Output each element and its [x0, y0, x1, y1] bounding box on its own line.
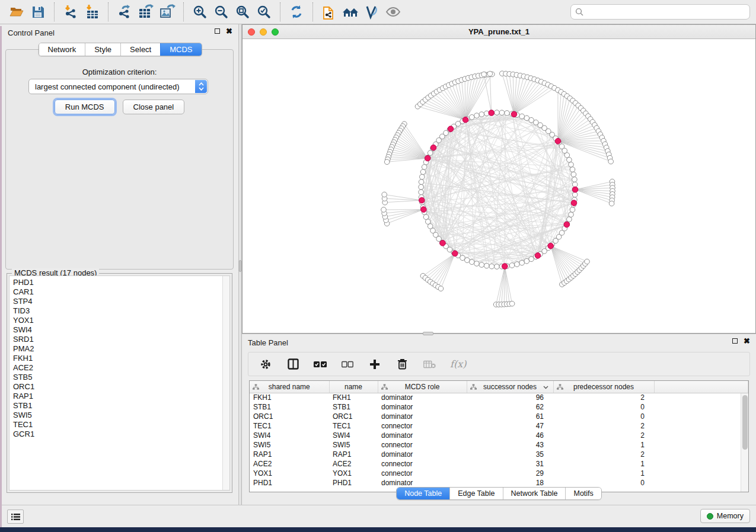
- delete-table-icon-disabled: [423, 358, 436, 371]
- mcds-result-item[interactable]: FKH1: [13, 354, 229, 363]
- tab-network-table[interactable]: Network Table: [503, 488, 566, 499]
- import-table-icon[interactable]: [83, 3, 101, 21]
- export-network-icon[interactable]: [116, 3, 133, 21]
- status-bar: Memory: [2, 505, 756, 527]
- zoom-out-icon[interactable]: [212, 3, 230, 21]
- column-header-filler: [654, 381, 748, 393]
- app-window: Control Panel ✖ NetworkStyleSelectMCDS O…: [0, 0, 756, 527]
- mcds-result-item[interactable]: PMA2: [13, 344, 229, 354]
- tab-motifs[interactable]: Motifs: [565, 488, 601, 499]
- table-panel-title: Table Panel: [248, 338, 288, 347]
- control-panel-title: Control Panel: [8, 28, 55, 37]
- tab-style[interactable]: Style: [85, 43, 120, 56]
- mcds-result-item[interactable]: TID3: [13, 306, 229, 316]
- table-row[interactable]: STB1STB1dominator620: [250, 402, 748, 412]
- control-panel-tabs: NetworkStyleSelectMCDS: [38, 43, 202, 56]
- mcds-result-item[interactable]: SWI5: [13, 411, 229, 420]
- mcds-result-item[interactable]: STB5: [13, 373, 229, 382]
- export-table-icon[interactable]: [137, 3, 155, 21]
- mcds-result-list[interactable]: PHD1CAR1STP4TID3YOX1SWI4SRD1PMA2FKH1ACE2…: [9, 275, 230, 491]
- table-row[interactable]: RAP1RAP1dominator352: [250, 450, 748, 459]
- mcds-panel: Optimization criterion: largest connecte…: [5, 49, 234, 270]
- tab-edge-table[interactable]: Edge Table: [449, 488, 502, 499]
- close-table-panel-icon[interactable]: ✖: [744, 338, 750, 344]
- mcds-result-item[interactable]: STB1: [13, 401, 229, 411]
- delete-column-icon[interactable]: [395, 358, 409, 371]
- table-row[interactable]: FKH1FKH1dominator962: [250, 393, 748, 402]
- table-row[interactable]: YOX1YOX1connector291: [250, 469, 748, 478]
- tab-select[interactable]: Select: [120, 43, 160, 56]
- memory-button[interactable]: Memory: [700, 509, 750, 523]
- table-scrollbar-thumb[interactable]: [742, 395, 748, 450]
- split-columns-icon[interactable]: [286, 358, 299, 371]
- add-column-icon[interactable]: [368, 358, 381, 371]
- run-mcds-button[interactable]: Run MCDS: [55, 100, 115, 114]
- zoom-fit-icon[interactable]: [234, 3, 251, 21]
- tab-mcds[interactable]: MCDS: [160, 43, 201, 56]
- splitter-grip[interactable]: [239, 260, 241, 272]
- show-all-eye-icon[interactable]: [384, 3, 402, 21]
- column-header-shared-name[interactable]: shared name: [250, 381, 329, 393]
- table-row[interactable]: ORC1ORC1dominator610: [250, 412, 748, 421]
- close-panel-button[interactable]: Close panel: [123, 100, 185, 114]
- network-canvas[interactable]: [243, 39, 755, 333]
- task-history-button[interactable]: [7, 509, 24, 524]
- mcds-result-item[interactable]: GCR1: [13, 430, 229, 439]
- table-row[interactable]: ACE2ACE2connector311: [250, 459, 748, 469]
- search-input[interactable]: [584, 8, 745, 17]
- zoom-selected-icon[interactable]: [255, 3, 273, 21]
- table-row[interactable]: PHD1PHD1dominator180: [250, 478, 748, 488]
- memory-status-icon: [707, 513, 713, 520]
- table-panel: Table Panel ✖: [242, 334, 756, 505]
- refresh-layout-icon[interactable]: [288, 3, 305, 21]
- toolbar-separator: [312, 2, 313, 21]
- mcds-result-item[interactable]: PHD1: [13, 278, 229, 287]
- mcds-result-item[interactable]: STP4: [13, 297, 229, 306]
- column-header-name[interactable]: name: [329, 381, 378, 393]
- column-header-MCDS-role[interactable]: MCDS role: [378, 381, 467, 393]
- tab-node-table[interactable]: Node Table: [397, 488, 449, 499]
- float-table-panel-icon[interactable]: [732, 338, 738, 344]
- criterion-select-value: largest connected component (undirected): [35, 82, 180, 91]
- mcds-result-item[interactable]: CAR1: [13, 287, 229, 297]
- search-box[interactable]: [570, 4, 750, 20]
- deselect-all-columns-icon[interactable]: [341, 358, 354, 371]
- list-scrollbar[interactable]: [222, 276, 229, 490]
- import-network-icon[interactable]: [62, 3, 79, 21]
- float-panel-icon[interactable]: [215, 28, 220, 34]
- mcds-result-item[interactable]: YOX1: [13, 316, 229, 325]
- network-title: YPA_prune.txt_1: [243, 27, 755, 36]
- mcds-result-item[interactable]: ACE2: [13, 363, 229, 373]
- column-header-successor-nodes[interactable]: successor nodes: [467, 381, 553, 393]
- select-all-columns-icon[interactable]: [314, 358, 327, 371]
- network-document-icon[interactable]: [320, 3, 338, 21]
- network-view-window: YPA_prune.txt_1: [242, 24, 756, 334]
- zoom-in-icon[interactable]: [191, 3, 209, 21]
- save-session-icon[interactable]: [29, 3, 47, 21]
- table-row[interactable]: SWI4SWI4dominator462: [250, 431, 748, 440]
- toolbar-separator: [108, 2, 109, 21]
- mcds-result-item[interactable]: TEC1: [13, 420, 229, 430]
- close-panel-icon[interactable]: ✖: [226, 28, 232, 34]
- table-row[interactable]: TEC1TEC1connector472: [250, 421, 748, 431]
- table-row[interactable]: SWI5SWI5connector431: [250, 440, 748, 450]
- mcds-result-item[interactable]: SWI4: [13, 325, 229, 335]
- settings-gear-icon[interactable]: [259, 358, 272, 371]
- first-neighbors-icon[interactable]: [342, 3, 359, 21]
- tab-network[interactable]: Network: [39, 43, 85, 56]
- criterion-select[interactable]: largest connected component (undirected): [28, 79, 208, 94]
- toolbar-separator: [183, 2, 184, 21]
- table-tabs: Node TableEdge TableNetwork TableMotifs: [396, 487, 602, 500]
- network-titlebar: YPA_prune.txt_1: [243, 25, 755, 39]
- open-file-icon[interactable]: [8, 3, 25, 21]
- export-image-icon[interactable]: [158, 3, 176, 21]
- column-header-predecessor-nodes[interactable]: predecessor nodes: [553, 381, 654, 393]
- hide-selected-icon[interactable]: [363, 3, 381, 21]
- select-stepper-icon: [195, 80, 207, 93]
- table-scrollbar[interactable]: [741, 393, 748, 492]
- node-table: shared namenameMCDS rolesuccessor nodesp…: [249, 380, 749, 492]
- memory-label: Memory: [717, 512, 744, 520]
- mcds-result-item[interactable]: RAP1: [13, 392, 229, 401]
- mcds-result-item[interactable]: SRD1: [13, 335, 229, 344]
- mcds-result-item[interactable]: ORC1: [13, 382, 229, 392]
